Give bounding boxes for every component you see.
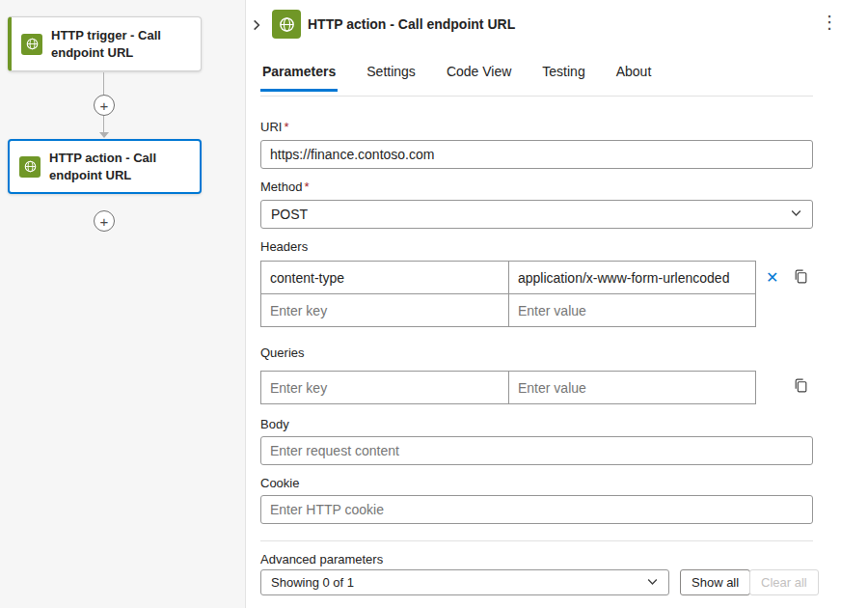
trigger-card-label: HTTP trigger - Call endpoint URL — [51, 27, 191, 61]
http-connector-icon — [272, 10, 301, 39]
panel-title: HTTP action - Call endpoint URL — [308, 16, 515, 32]
cookie-input[interactable] — [260, 495, 813, 524]
collapse-panel-button[interactable] — [248, 16, 265, 37]
advanced-parameters-label: Advanced parameters — [260, 552, 383, 567]
uri-label: URI* — [260, 120, 288, 134]
switch-input-mode-icon — [793, 382, 809, 397]
chevron-right-icon — [250, 20, 263, 35]
queries-label: Queries — [260, 345, 305, 360]
advanced-parameters-dropdown-value: Showing 0 of 1 — [271, 575, 354, 590]
tab-parameters[interactable]: Parameters — [260, 64, 338, 92]
action-card-label: HTTP action - Call endpoint URL — [49, 150, 190, 183]
headers-value-input-2[interactable] — [508, 293, 756, 327]
switch-input-mode-icon — [793, 273, 809, 288]
panel-tabs: Parameters Settings Code View Testing Ab… — [260, 64, 653, 92]
advanced-divider — [260, 540, 813, 541]
queries-value-input[interactable] — [508, 371, 756, 404]
tab-code-view[interactable]: Code View — [445, 64, 513, 92]
http-connector-icon — [19, 156, 41, 178]
show-all-button[interactable]: Show all — [680, 569, 750, 595]
method-label: Method* — [260, 180, 309, 194]
vertical-ellipsis-icon: ⋮ — [821, 13, 838, 32]
insert-step-button[interactable]: + — [94, 95, 115, 116]
required-asterisk: * — [304, 180, 309, 194]
close-icon: ✕ — [766, 269, 778, 286]
queries-key-input[interactable] — [260, 371, 509, 404]
clear-all-button[interactable]: Clear all — [749, 569, 819, 595]
action-details-panel: HTTP action - Call endpoint URL ⋮ Parame… — [246, 0, 868, 608]
headers-switch-input-mode-button[interactable] — [791, 266, 811, 290]
headers-key-input-1[interactable] — [260, 261, 509, 294]
workflow-canvas: HTTP trigger - Call endpoint URL + HTTP … — [0, 0, 246, 608]
body-input[interactable] — [260, 436, 813, 465]
headers-label: Headers — [260, 239, 308, 254]
method-dropdown-value: POST — [271, 207, 308, 222]
cookie-label: Cookie — [260, 476, 299, 490]
connector-line — [103, 72, 104, 95]
chevron-down-icon — [790, 207, 802, 222]
add-action-button[interactable]: + — [94, 210, 115, 232]
headers-value-input-1[interactable] — [508, 261, 756, 294]
headers-key-input-2[interactable] — [260, 293, 509, 327]
tab-settings[interactable]: Settings — [365, 64, 418, 92]
queries-switch-input-mode-button[interactable] — [791, 375, 811, 399]
tab-about[interactable]: About — [614, 64, 654, 92]
connector-line — [103, 116, 104, 132]
uri-input[interactable] — [260, 140, 813, 169]
method-dropdown[interactable]: POST — [260, 200, 813, 229]
delete-header-row-button[interactable]: ✕ — [764, 268, 780, 288]
tabs-divider — [260, 96, 813, 97]
tab-testing[interactable]: Testing — [540, 64, 586, 92]
required-asterisk: * — [284, 120, 288, 134]
chevron-down-icon — [646, 575, 659, 591]
action-card[interactable]: HTTP action - Call endpoint URL — [8, 139, 202, 194]
advanced-parameters-dropdown[interactable]: Showing 0 of 1 — [260, 569, 669, 595]
body-label: Body — [260, 417, 289, 431]
connector-arrow-icon — [99, 132, 109, 138]
trigger-card[interactable]: HTTP trigger - Call endpoint URL — [8, 16, 202, 71]
more-options-button[interactable]: ⋮ — [819, 12, 840, 33]
http-connector-icon — [21, 34, 42, 55]
